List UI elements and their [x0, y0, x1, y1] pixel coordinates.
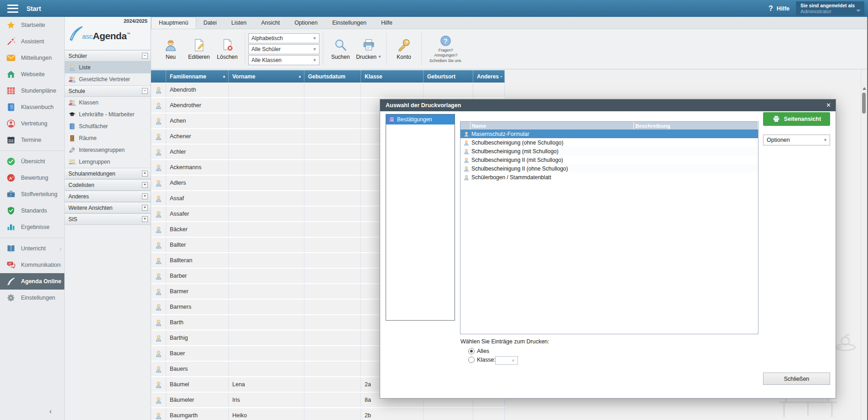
person-icon [463, 157, 470, 163]
menu-optionen[interactable]: Optionen [287, 17, 325, 29]
svg-text:+: + [12, 175, 14, 178]
tree-item-lehrkraefte-mitarbeiter[interactable]: Lehrkräfte - Mitarbeiter [65, 109, 151, 120]
column-header-geburtsort[interactable]: Geburtsort [424, 70, 473, 83]
tree-expander-icon[interactable]: + [142, 182, 148, 188]
menu-listen[interactable]: Listen [224, 17, 254, 29]
tree-expander-icon[interactable]: + [142, 216, 148, 222]
toolbar-neu-button[interactable]: Neu [157, 38, 185, 60]
sidebar-item-kommunikation[interactable]: Kommunikation› [0, 257, 64, 273]
sidebar-item-termine[interactable]: Termine [0, 132, 64, 148]
dialog-close-button[interactable]: Schließen [763, 373, 830, 385]
menu-hilfe[interactable]: Hilfe [374, 17, 400, 29]
tree-expander-icon[interactable]: + [142, 205, 148, 211]
sidebar-item-unterricht[interactable]: Unterricht› [0, 240, 64, 257]
people-icon [68, 99, 76, 106]
tree-expander-icon[interactable]: + [142, 171, 148, 176]
menu-einstellungen[interactable]: Einstellungen [325, 17, 374, 29]
sidebar-item-vertretung[interactable]: Vertretung [0, 115, 64, 132]
tree-item-gesetzliche-vertreter[interactable]: Gesetzliche Vertreter [65, 73, 151, 85]
toolbar-loeschen-button[interactable]: Löschen [213, 38, 241, 60]
toolbar-separator [421, 33, 422, 65]
sidebar-item-webseite[interactable]: Webseite [0, 66, 64, 83]
close-icon[interactable]: ✕ [826, 102, 831, 109]
gradcap-icon [68, 111, 76, 118]
scrollbar-thumb[interactable] [862, 93, 866, 114]
filter-select-alphabetisch[interactable]: Alphabetisch▼ [248, 33, 319, 43]
sidebar-item-agenda-online[interactable]: Agenda Online [0, 273, 64, 290]
template-row[interactable]: Schulbescheinigung (ohne Schullogo) [460, 138, 758, 147]
person-icon [155, 319, 162, 327]
filter-select-alle-schueler[interactable]: Alle Schüler▼ [248, 44, 319, 54]
tree-expander-icon[interactable]: + [142, 193, 148, 199]
tree-expander-icon[interactable]: − [142, 53, 148, 59]
menu-hauptmenue[interactable]: Hauptmenü [151, 17, 196, 29]
tree-section-codelisten[interactable]: Codelisten+ [65, 179, 151, 191]
options-select[interactable]: Optionen ▼ [763, 135, 830, 145]
sidebar-item-stoffverteilung[interactable]: Stoffverteilung [0, 186, 64, 202]
calendar-icon [6, 135, 16, 145]
help-link[interactable]: Hilfe [777, 5, 790, 12]
tree-item-liste[interactable]: Liste [65, 62, 151, 73]
sidebar-item-ergebnisse[interactable]: Ergebnisse [0, 219, 64, 235]
logged-in-user-menu[interactable]: Sie sind angemeldet als Administrator [796, 1, 864, 16]
sidebar-item-bewertung[interactable]: A+Bewertung [0, 170, 64, 186]
radio-alles[interactable]: Alles [468, 348, 489, 354]
person-circle-icon [6, 119, 16, 128]
tree-item-interessengruppen[interactable]: Interessengruppen [65, 144, 151, 156]
sidebar-item-assistent[interactable]: Assistent [0, 33, 64, 50]
tree-expander-icon[interactable]: − [142, 88, 148, 94]
table-row[interactable]: BaumgarthHeiko2b [151, 408, 505, 420]
login-user: Administrator [800, 8, 861, 15]
column-header-klasse[interactable]: Klasse [361, 70, 424, 83]
tree-section-sis[interactable]: SIS+ [65, 213, 151, 225]
printer-icon [362, 38, 376, 52]
sidebar-item-startseite[interactable]: Startseite [0, 17, 64, 33]
list-column-beschreibung[interactable]: Beschreibung [634, 122, 758, 130]
filter-select-alle-klassen[interactable]: Alle Klassen▼ [248, 55, 319, 65]
template-row[interactable]: Schulbescheinigung II (mit Schullogo) [460, 156, 758, 164]
sidebar-item-mitteilungen[interactable]: Mitteilungen [0, 50, 64, 66]
tree-item-raeume[interactable]: Räume [65, 132, 151, 144]
toolbar-editieren-button[interactable]: Editieren [185, 38, 213, 60]
contact-link[interactable]: ?Fragen?Anregungen?Schreiben Sie uns. [429, 35, 462, 63]
tree-item-schulfaecher[interactable]: Schulfächer [65, 120, 151, 132]
klasse-select[interactable]: ▼ [495, 356, 518, 365]
tree-section-schule[interactable]: Schule− [65, 85, 151, 97]
scroll-up-icon[interactable] [863, 87, 866, 90]
person-icon [155, 226, 162, 233]
template-row[interactable]: Masernschutz-Formular [460, 130, 758, 138]
toolbar-suchen-button[interactable]: Suchen [326, 38, 355, 60]
sidebar-item-standards[interactable]: Standards [0, 202, 64, 219]
table-row[interactable]: Abendroth [151, 83, 505, 98]
column-header-vorname[interactable]: Vorname▲ [229, 70, 304, 83]
vertical-scrollbar[interactable] [861, 70, 867, 420]
column-header-anderes[interactable]: Anderes - [473, 70, 505, 83]
sidebar-item-uebersicht[interactable]: Übersicht [0, 153, 64, 170]
page-preview-button[interactable]: Seitenansicht [763, 112, 830, 126]
list-column-name[interactable]: Name [471, 122, 634, 130]
toolbar-konto-button[interactable]: Konto [390, 38, 418, 60]
category-bestaetigungen[interactable]: Bestätigungen [386, 114, 455, 124]
column-header-geburtsdatum[interactable]: Geburtsdatum [304, 70, 361, 83]
star-icon [6, 21, 16, 30]
template-row[interactable]: Schulbescheinigung II (ohne Schullogo) [460, 164, 758, 173]
tree-section-schulanmeldungen[interactable]: Schulanmeldungen+ [65, 168, 151, 179]
menu-ansicht[interactable]: Ansicht [254, 17, 287, 29]
sidebar-item-stundenplaene[interactable]: Stundenpläne [0, 83, 64, 99]
template-row[interactable]: Schulbescheinigung (mit Schullogo) [460, 147, 758, 156]
tree-section-schueler[interactable]: Schüler− [65, 50, 151, 62]
collapse-sidebar-icon[interactable]: ‹ [49, 407, 52, 415]
menu-datei[interactable]: Datei [196, 17, 224, 29]
tree-item-klassen[interactable]: Klassen [65, 97, 151, 109]
tree-section-anderes[interactable]: Anderes+ [65, 191, 151, 202]
hamburger-menu-icon[interactable] [7, 5, 18, 13]
tree-item-lerngruppen[interactable]: Lerngruppen [65, 156, 151, 168]
toolbar-drucken-button[interactable]: Drucken▼ [355, 38, 383, 60]
sidebar-item-einstellungen[interactable]: Einstellungen [0, 290, 64, 306]
chevron-down-icon [856, 10, 861, 12]
tree-section-weitere-ansichten[interactable]: Weitere Ansichten+ [65, 202, 151, 213]
template-row[interactable]: Schülerbogen / Stammdatenblatt [460, 173, 758, 181]
column-header-familienname[interactable]: Familienname▲ [166, 70, 229, 83]
sidebar-item-klassenbuch[interactable]: Klassenbuch [0, 99, 64, 115]
radio-klasse[interactable]: Klasse: [468, 357, 496, 363]
